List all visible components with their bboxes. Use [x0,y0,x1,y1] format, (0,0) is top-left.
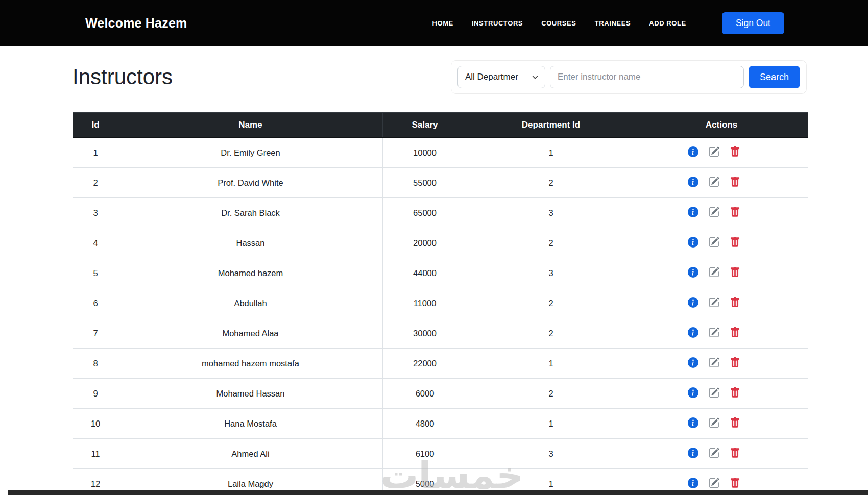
edit-icon[interactable] [709,297,719,308]
info-icon[interactable] [688,417,698,428]
trash-icon[interactable] [730,417,740,428]
cell-salary: 11000 [383,288,467,318]
edit-icon[interactable] [709,146,719,157]
chevron-down-icon [532,73,539,81]
cell-salary: 20000 [383,228,467,258]
trash-icon[interactable] [730,297,740,308]
trash-icon[interactable] [730,387,740,398]
row-action-icons [688,177,740,187]
cell-department-id: 2 [467,228,635,258]
info-icon[interactable] [688,357,698,368]
info-icon[interactable] [688,237,698,247]
cell-salary: 65000 [383,198,467,228]
cell-name: Mohamed Alaa [118,318,383,349]
trash-icon[interactable] [730,448,740,458]
trash-icon[interactable] [730,237,740,247]
title-row: Instructors All Departmer Search [73,60,808,94]
nav-item-trainees[interactable]: TRAINEES [595,19,631,27]
cell-actions [635,228,808,258]
table-row: 9Mohamed Hassan60002 [73,379,808,409]
cell-name: Mohamed Hassan [118,379,383,409]
top-navbar: Welcome Hazem HOME INSTRUCTORS COURSES T… [0,0,868,46]
row-action-icons [688,297,740,308]
row-action-icons [688,327,740,338]
table-header: Id Name Salary Department Id Actions [73,113,808,138]
cell-actions [635,318,808,349]
trash-icon[interactable] [730,478,740,488]
trash-icon[interactable] [730,207,740,217]
row-action-icons [688,267,740,278]
edit-icon[interactable] [709,387,719,398]
trash-icon[interactable] [730,357,740,368]
edit-icon[interactable] [709,177,719,187]
nav-item-instructors[interactable]: INSTRUCTORS [472,19,523,27]
row-action-icons [688,387,740,398]
cell-salary: 44000 [383,258,467,288]
info-icon[interactable] [688,297,698,308]
edit-icon[interactable] [709,237,719,247]
table-row: 1Dr. Emily Green100001 [73,138,808,168]
cell-salary: 22000 [383,349,467,379]
trash-icon[interactable] [730,267,740,278]
filter-panel: All Departmer Search [451,60,807,94]
row-action-icons [688,237,740,247]
row-action-icons [688,448,740,458]
cell-name: mohamed hazem mostafa [118,349,383,379]
cell-department-id: 2 [467,318,635,349]
bottom-dark-bar [8,490,868,495]
edit-icon[interactable] [709,267,719,278]
cell-id: 3 [73,198,118,228]
instructor-name-input[interactable] [550,66,744,88]
sign-out-button[interactable]: Sign Out [722,12,784,34]
info-icon[interactable] [688,478,698,488]
table-row: 11Ahmed Ali61003 [73,439,808,469]
cell-name: Ahmed Ali [118,439,383,469]
cell-salary: 6100 [383,439,467,469]
cell-id: 9 [73,379,118,409]
cell-salary: 4800 [383,409,467,439]
cell-id: 1 [73,138,118,168]
cell-name: Hana Mostafa [118,409,383,439]
row-action-icons [688,146,740,157]
edit-icon[interactable] [709,327,719,338]
edit-icon[interactable] [709,417,719,428]
cell-department-id: 1 [467,138,635,168]
edit-icon[interactable] [709,448,719,458]
cell-id: 7 [73,318,118,349]
info-icon[interactable] [688,207,698,217]
main-content: Instructors All Departmer Search Id Name… [73,46,808,495]
table-row: 6Abdullah110002 [73,288,808,318]
info-icon[interactable] [688,387,698,398]
edit-icon[interactable] [709,478,719,488]
nav-item-courses[interactable]: COURSES [541,19,576,27]
info-icon[interactable] [688,327,698,338]
info-icon[interactable] [688,146,698,157]
info-icon[interactable] [688,267,698,278]
department-select[interactable]: All Departmer [457,66,545,88]
cell-salary: 6000 [383,379,467,409]
edit-icon[interactable] [709,207,719,217]
cell-id: 5 [73,258,118,288]
nav-item-home[interactable]: HOME [432,19,453,27]
row-action-icons [688,207,740,217]
trash-icon[interactable] [730,177,740,187]
table-row: 8mohamed hazem mostafa220001 [73,349,808,379]
header-id: Id [73,113,118,138]
cell-actions [635,288,808,318]
edit-icon[interactable] [709,357,719,368]
info-icon[interactable] [688,448,698,458]
page-title: Instructors [73,65,173,89]
cell-salary: 30000 [383,318,467,349]
search-button[interactable]: Search [749,66,800,88]
trash-icon[interactable] [730,146,740,157]
nav-item-add-role[interactable]: ADD ROLE [649,19,686,27]
cell-name: Dr. Emily Green [118,138,383,168]
cell-actions [635,168,808,198]
cell-actions [635,349,808,379]
table-row: 4Hassan200002 [73,228,808,258]
instructors-table-wrap: Id Name Salary Department Id Actions 1Dr… [73,112,808,495]
table-body: 1Dr. Emily Green100001 2Prof. David Whit… [73,138,808,495]
info-icon[interactable] [688,177,698,187]
cell-id: 11 [73,439,118,469]
trash-icon[interactable] [730,327,740,338]
